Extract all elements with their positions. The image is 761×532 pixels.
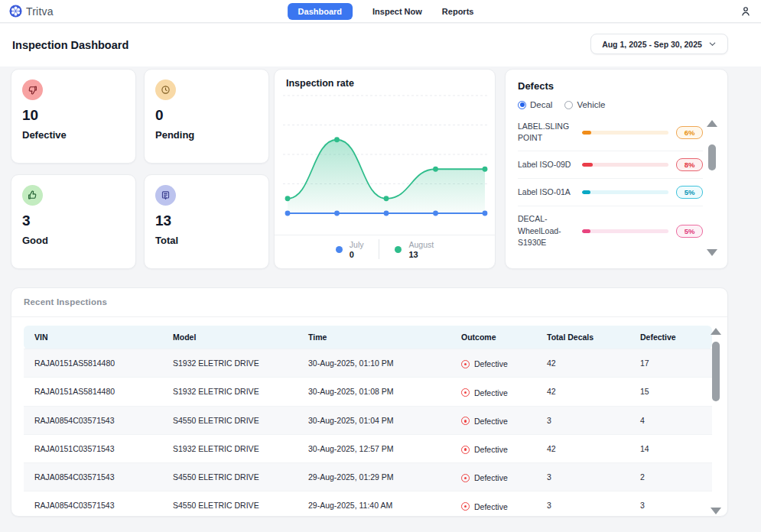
legend-label: July bbox=[350, 240, 364, 249]
legend-separator bbox=[379, 239, 379, 259]
defect-name: Label ISO-01A bbox=[518, 187, 576, 198]
defects-scrollbar[interactable] bbox=[707, 120, 717, 256]
defective-status-icon bbox=[461, 417, 470, 425]
nav-dashboard-button[interactable]: Dashboard bbox=[288, 3, 353, 20]
stat-card-defective: 10 Defective bbox=[11, 69, 136, 164]
table-row[interactable]: RAJA0854C03571543S4550 ELETRIC DRIVE29-A… bbox=[24, 491, 712, 517]
outcome-label: Defective bbox=[474, 502, 508, 511]
scroll-down-arrow-icon[interactable] bbox=[707, 249, 717, 256]
scroll-up-arrow-icon[interactable] bbox=[707, 120, 717, 127]
vin-cell: RAJA0854C03571543 bbox=[24, 491, 162, 517]
stat-card-good: 3 Good bbox=[11, 174, 136, 269]
outcome-label: Defective bbox=[474, 417, 508, 426]
outcome-label: Defective bbox=[474, 359, 508, 368]
inspections-table: VIN Model Time Outcome Total Decals Defe… bbox=[24, 326, 712, 517]
radio-decal-circle[interactable] bbox=[518, 101, 526, 109]
stat-value-total: 13 bbox=[155, 212, 258, 229]
table-row[interactable]: RAJA0854C03571543S4550 ELETRIC DRIVE29-A… bbox=[24, 463, 712, 491]
total-decals-cell: 3 bbox=[536, 463, 629, 491]
defective-status-icon bbox=[461, 388, 470, 397]
vin-cell: RAJA0151AS5814480 bbox=[24, 378, 162, 406]
table-row[interactable]: RAJA0151AS5814480S1932 ELETRIC DRIVE30-A… bbox=[24, 378, 712, 406]
stat-label-defective: Defective bbox=[22, 129, 125, 141]
area-fill-august bbox=[288, 140, 485, 213]
defect-name: Label ISO-09D bbox=[518, 159, 576, 170]
defective-count-cell: 2 bbox=[629, 463, 712, 491]
col-header-total-decals: Total Decals bbox=[536, 326, 629, 349]
model-cell: S1932 ELETRIC DRIVE bbox=[162, 349, 298, 378]
defect-list: LABEL.SLING POINT6%Label ISO-09D8%Label … bbox=[518, 114, 703, 255]
model-cell: S1932 ELETRIC DRIVE bbox=[162, 378, 298, 406]
table-header-row: VIN Model Time Outcome Total Decals Defe… bbox=[24, 326, 712, 349]
total-decals-cell: 42 bbox=[536, 434, 629, 462]
table-scrollbar[interactable] bbox=[711, 328, 721, 514]
legend-value: 0 bbox=[350, 250, 364, 259]
scroll-up-arrow-icon[interactable] bbox=[711, 328, 721, 335]
date-range-value: Aug 1, 2025 - Sep 30, 2025 bbox=[602, 40, 702, 49]
section-divider bbox=[11, 316, 727, 317]
col-header-outcome: Outcome bbox=[450, 326, 536, 349]
time-cell: 30-Aug-2025, 01:10 PM bbox=[298, 349, 450, 378]
outcome-cell: Defective bbox=[450, 491, 536, 517]
defects-title: Defects bbox=[518, 80, 554, 92]
vin-cell: RAJA0854C03571543 bbox=[24, 406, 162, 434]
legend-dot-icon bbox=[395, 246, 402, 253]
nav-inspect-now-link[interactable]: Inspect Now bbox=[372, 7, 422, 16]
total-decals-cell: 3 bbox=[536, 406, 629, 434]
defect-progress-fill bbox=[582, 229, 590, 233]
table-scrollbar-thumb[interactable] bbox=[712, 342, 720, 401]
top-navigation-bar: Tritva Dashboard Inspect Now Reports bbox=[0, 0, 761, 23]
defect-name: LABEL.SLING POINT bbox=[518, 121, 576, 144]
col-header-defective: Defective bbox=[629, 326, 712, 349]
col-header-model: Model bbox=[162, 326, 298, 349]
defect-percent-badge: 5% bbox=[676, 186, 703, 199]
col-header-time: Time bbox=[298, 326, 450, 349]
defective-count-cell: 14 bbox=[629, 434, 712, 462]
stat-value-pending: 0 bbox=[155, 107, 258, 124]
defects-card: Defects Decal Vehicle LABEL.SLING POINT6… bbox=[505, 69, 728, 269]
outcome-cell: Defective bbox=[450, 378, 536, 406]
table-row[interactable]: RAJA0151C03571543S1932 ELETRIC DRIVE30-A… bbox=[24, 434, 712, 462]
defect-progress-fill bbox=[582, 190, 590, 194]
defective-count-cell: 17 bbox=[629, 349, 712, 378]
radio-vehicle-label: Vehicle bbox=[577, 100, 605, 109]
radio-decal[interactable]: Decal bbox=[518, 100, 552, 109]
model-cell: S1932 ELETRIC DRIVE bbox=[162, 434, 298, 462]
legend-item-august: August13 bbox=[395, 240, 434, 259]
defect-percent-badge: 8% bbox=[676, 158, 703, 171]
table-row[interactable]: RAJA0854C03571543S4550 ELETRIC DRIVE30-A… bbox=[24, 406, 712, 434]
vin-cell: RAJA0151C03571543 bbox=[24, 434, 162, 462]
clock-icon bbox=[155, 79, 176, 100]
radio-vehicle[interactable]: Vehicle bbox=[564, 100, 605, 109]
vin-cell: RAJA0151AS5814480 bbox=[24, 349, 162, 378]
outcome-label: Defective bbox=[474, 445, 508, 454]
nav-reports-link[interactable]: Reports bbox=[442, 7, 474, 16]
model-cell: S4550 ELETRIC DRIVE bbox=[162, 406, 298, 434]
inspection-rate-chart bbox=[283, 92, 488, 229]
legend-divider bbox=[275, 235, 495, 235]
defects-scrollbar-thumb[interactable] bbox=[708, 144, 716, 170]
defective-status-icon bbox=[461, 360, 470, 368]
col-header-vin: VIN bbox=[24, 326, 162, 349]
date-range-selector[interactable]: Aug 1, 2025 - Sep 30, 2025 bbox=[590, 34, 728, 54]
defective-count-cell: 15 bbox=[629, 378, 712, 406]
defect-progress-bar bbox=[582, 229, 668, 233]
defect-progress-bar bbox=[582, 163, 668, 167]
recent-inspections-title: Recent Inspections bbox=[24, 297, 107, 307]
legend-item-july: July0 bbox=[336, 240, 364, 259]
thumbs-up-icon bbox=[22, 185, 43, 206]
brand: Tritva bbox=[9, 5, 54, 18]
data-point-august bbox=[433, 167, 438, 172]
radio-vehicle-circle[interactable] bbox=[564, 101, 573, 109]
stat-label-total: Total bbox=[155, 235, 258, 246]
time-cell: 30-Aug-2025, 12:57 PM bbox=[298, 434, 450, 462]
outcome-cell: Defective bbox=[450, 434, 536, 462]
user-profile-icon[interactable] bbox=[740, 5, 752, 18]
chevron-down-icon bbox=[708, 40, 717, 48]
table-row[interactable]: RAJA0151AS5814480S1932 ELETRIC DRIVE30-A… bbox=[24, 349, 712, 378]
scroll-down-arrow-icon[interactable] bbox=[711, 508, 721, 514]
data-point-august bbox=[285, 196, 291, 201]
defect-item: DECAL-WheelLoad-S1930E5% bbox=[518, 206, 703, 255]
defective-count-cell: 4 bbox=[629, 406, 712, 434]
data-point-july bbox=[433, 211, 438, 216]
